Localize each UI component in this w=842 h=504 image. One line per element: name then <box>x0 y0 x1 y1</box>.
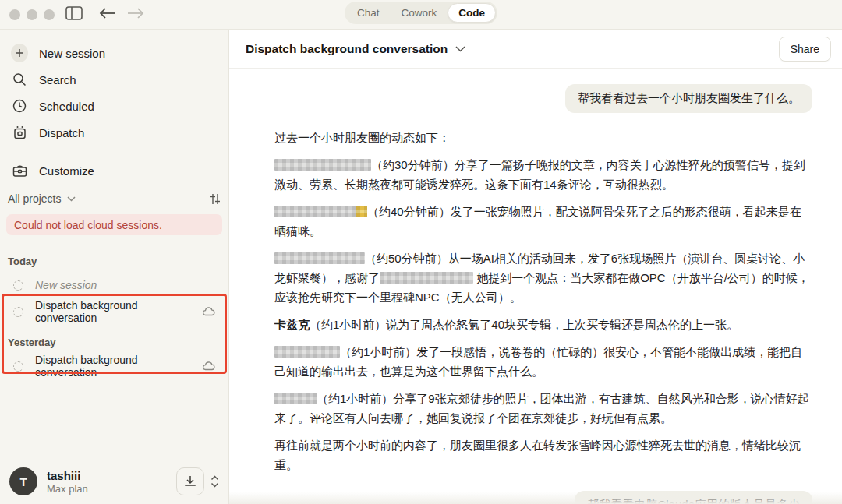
sidebar-item-label: Customize <box>39 164 94 178</box>
assistant-paragraph: （约1小时前）分享了9张京郊徒步的照片，团体出游，有古建筑、自然风光和合影，说心… <box>274 389 812 428</box>
window-close-button[interactable] <box>9 9 20 20</box>
redacted-name <box>274 206 356 217</box>
forward-arrow-icon[interactable] <box>126 7 145 19</box>
contact-name: 卡兹克 <box>274 318 310 331</box>
sidebar-toggle-icon[interactable] <box>65 6 83 20</box>
search-icon <box>11 72 28 86</box>
download-icon <box>184 475 196 488</box>
share-button[interactable]: Share <box>779 37 831 62</box>
sidebar-item-label: New session <box>39 47 105 60</box>
redacted-name <box>274 346 340 358</box>
session-group-header: Today <box>8 256 37 267</box>
assistant-paragraph: （约40分钟前）发了一张宠物照片，配文说阿骨朵死了之后的形态很萌，看起来是在晒猫… <box>274 202 812 241</box>
sidebar-item-label: Search <box>39 73 76 86</box>
sidebar: New sessionSearchScheduledDispatchCustom… <box>0 30 229 504</box>
account-area: T tashiii Max plan <box>0 459 228 504</box>
back-arrow-icon[interactable] <box>98 7 117 19</box>
session-group-header: Yesterday <box>8 337 55 348</box>
clock-icon <box>11 99 28 113</box>
conversation-title-dropdown[interactable]: Dispatch background conversation <box>246 42 465 56</box>
chevron-down-icon <box>455 46 465 52</box>
window-zoom-button[interactable] <box>44 9 55 20</box>
session-label: Dispatch background conversation <box>35 354 193 379</box>
sidebar-item-customize[interactable]: Customize <box>8 158 218 183</box>
redacted-name-highlight <box>356 206 367 217</box>
redacted-name <box>274 393 317 404</box>
sidebar-item-search[interactable]: Search <box>8 67 218 92</box>
projects-filter-row: All projects <box>8 192 221 205</box>
up-down-chevrons-icon <box>210 475 219 488</box>
session-list-item[interactable]: Dispatch background conversation <box>8 301 221 322</box>
avatar[interactable]: T <box>9 467 37 495</box>
user-message: 帮我看看过去一个小时朋友圈发生了什么。 <box>565 84 812 113</box>
sidebar-item-label: Scheduled <box>39 100 94 113</box>
projects-filter-label[interactable]: All projects <box>8 192 61 205</box>
assistant-paragraph: （约30分钟前）分享了一篇扬子晚报的文章，内容关于心源性猝死的预警信号，提到激动… <box>274 155 812 194</box>
tab-code[interactable]: Code <box>448 3 496 23</box>
window-minimize-button[interactable] <box>27 9 37 20</box>
assistant-paragraph: 卡兹克（约1小时前）说为了周杰伦怒氪了40块买专辑，上次买专辑还是周杰伦的上一张… <box>274 315 812 334</box>
tab-chat[interactable]: Chat <box>346 4 391 22</box>
cloud-icon <box>202 361 215 371</box>
user-name: tashiii <box>47 469 88 482</box>
conversation-title: Dispatch background conversation <box>246 42 448 56</box>
sidebar-item-new-session[interactable]: New session <box>8 41 218 65</box>
tab-cowork[interactable]: Cowork <box>391 4 448 22</box>
account-switcher-button[interactable] <box>210 475 219 488</box>
plus-icon <box>11 44 28 62</box>
window-controls <box>9 9 55 20</box>
cloud-icon <box>202 307 215 316</box>
assistant-paragraph: 再往前就是两个小时前的内容了，朋友圈里很多人在转发张雪峰因心源性猝死去世的消息，… <box>274 435 812 474</box>
redacted-name <box>274 252 365 264</box>
assistant-paragraph: （约1小时前）发了一段感悟，说卷卷的（忙碌的）很安心，不管能不能做出成绩，能把自… <box>274 342 812 381</box>
user-plan: Max plan <box>47 483 88 495</box>
filter-sliders-icon[interactable] <box>209 193 221 205</box>
session-label: New session <box>35 279 97 291</box>
window-titlebar: Chat Cowork Code <box>0 0 842 30</box>
dispatch-icon <box>11 125 28 139</box>
redacted-name <box>380 272 473 284</box>
assistant-paragraph: （约50分钟前）从一场AI相关的活动回来，发了6张现场照片（演讲台、圆桌讨论、小… <box>274 248 812 307</box>
redacted-name <box>274 159 371 171</box>
session-status-icon <box>13 307 23 317</box>
session-list-item[interactable]: New session <box>8 274 221 296</box>
session-label: Dispatch background conversation <box>35 299 193 324</box>
sidebar-item-dispatch[interactable]: Dispatch <box>8 120 218 145</box>
mode-tabs: Chat Cowork Code <box>345 2 497 24</box>
cloud-sessions-error-banner: Could not load cloud sessions. <box>6 214 222 235</box>
session-list-item[interactable]: Dispatch background conversation <box>8 355 221 377</box>
chat-transcript: 帮我看看过去一个小时朋友圈发生了什么。 过去一个小时朋友圈的动态如下：（约30分… <box>229 69 842 504</box>
assistant-message: 过去一个小时朋友圈的动态如下：（约30分钟前）分享了一篇扬子晚报的文章，内容关于… <box>274 128 812 474</box>
customize-icon <box>11 164 28 178</box>
session-status-icon <box>13 361 23 372</box>
sidebar-item-label: Dispatch <box>39 126 84 139</box>
conversation-header: Dispatch background conversation Share <box>229 30 842 69</box>
download-button[interactable] <box>176 467 204 495</box>
chevron-down-icon[interactable] <box>67 196 76 202</box>
sidebar-item-scheduled[interactable]: Scheduled <box>8 93 218 118</box>
composer-edge-fade <box>229 492 842 504</box>
session-status-icon <box>13 280 23 291</box>
assistant-paragraph: 过去一个小时朋友圈的动态如下： <box>274 128 812 147</box>
main-panel: Dispatch background conversation Share 帮… <box>229 30 842 504</box>
